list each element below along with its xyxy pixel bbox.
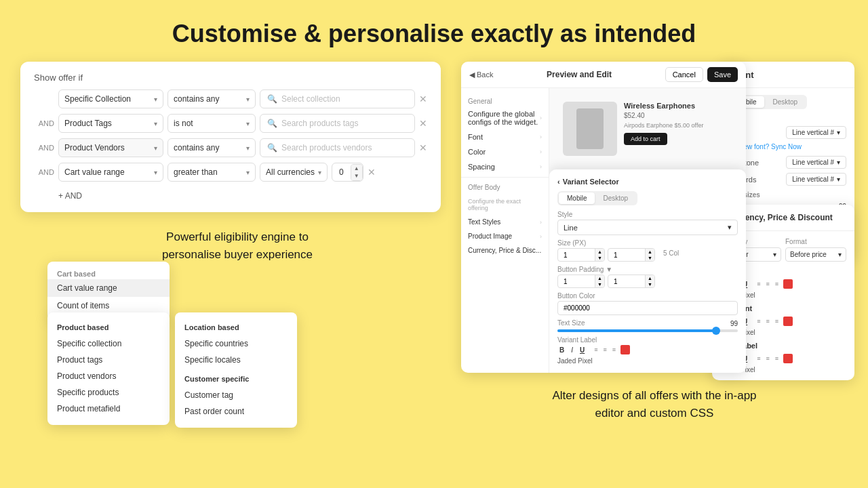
size-stepper-2[interactable]: ▲ ▼ bbox=[645, 249, 654, 261]
btn-down-1[interactable]: ▼ bbox=[595, 281, 604, 287]
discount-align-center[interactable]: ≡ bbox=[764, 317, 772, 325]
desktop-tab[interactable]: Desktop bbox=[595, 192, 636, 204]
preview-product-info: Wireless Earphones $52.40 Airpods Earpho… bbox=[624, 102, 732, 156]
font-rewards-select[interactable]: Line vertical # ▾ bbox=[786, 173, 846, 186]
sidebar-item-general[interactable]: Configure the global configs of the widg… bbox=[461, 106, 549, 129]
search-field-3[interactable]: 🔍 Search products vendors bbox=[260, 138, 415, 157]
remove-row-4[interactable]: ✕ bbox=[368, 167, 376, 178]
btn-up-2[interactable]: ▲ bbox=[646, 275, 654, 281]
back-button[interactable]: ◀ Back bbox=[469, 70, 493, 79]
size-inputs: 1 ▲ ▼ 1 ▲ ▼ bbox=[557, 248, 738, 262]
value-input[interactable]: 0 bbox=[332, 163, 351, 181]
preview-sidebar: General Configure the global configs of … bbox=[461, 88, 549, 373]
condition-select-2[interactable]: Product Tags ▾ bbox=[58, 114, 163, 133]
size-stepper-1[interactable]: ▲ ▼ bbox=[595, 249, 604, 261]
sidebar-item-offerbody[interactable]: Offer Body bbox=[461, 180, 549, 195]
sidebar-item-offerbody-desc[interactable]: Configure the exact offering bbox=[461, 195, 549, 215]
btn-pad-2[interactable]: 1 ▲ ▼ bbox=[608, 274, 655, 288]
location-item-countries[interactable]: Specific countries bbox=[175, 336, 297, 352]
size-down-2[interactable]: ▼ bbox=[646, 255, 654, 261]
text-size-slider[interactable] bbox=[557, 329, 738, 332]
btn-pad-1[interactable]: 1 ▲ ▼ bbox=[557, 274, 605, 288]
sidebar-item-font[interactable]: Font › bbox=[461, 129, 549, 144]
align-center[interactable]: ≡ bbox=[601, 346, 609, 354]
cancel-button[interactable]: Cancel bbox=[665, 67, 703, 82]
condition-select-3[interactable]: Product Vendors ▾ bbox=[58, 138, 163, 157]
search-placeholder-1: Select collection bbox=[281, 94, 408, 104]
operator-select-2[interactable]: is not ▾ bbox=[167, 114, 256, 133]
currency-select[interactable]: All currencies ▾ bbox=[260, 163, 328, 182]
price-align-center[interactable]: ≡ bbox=[764, 280, 772, 288]
chevron-icon-op4: ▾ bbox=[246, 169, 250, 176]
size-down-1[interactable]: ▼ bbox=[595, 255, 604, 261]
mobile-tab[interactable]: Mobile bbox=[559, 192, 595, 204]
operator-select-3[interactable]: contains any ▾ bbox=[167, 138, 256, 157]
button-color-input[interactable]: #000000 bbox=[557, 301, 738, 315]
product-item-collection[interactable]: Specific collection bbox=[47, 336, 170, 352]
remove-row-1[interactable]: ✕ bbox=[419, 94, 427, 104]
product-item-vendors[interactable]: Product vendors bbox=[47, 368, 170, 384]
color-swatch[interactable] bbox=[620, 345, 630, 354]
condition-select-4[interactable]: Cart value range ▾ bbox=[58, 163, 163, 182]
btn-up-1[interactable]: ▲ bbox=[595, 275, 604, 281]
btn-pad-stepper-1[interactable]: ▲ ▼ bbox=[595, 275, 604, 287]
jade-pixel-text: Jaded Pixel bbox=[557, 357, 738, 365]
btn-pad-stepper-2[interactable]: ▲ ▼ bbox=[645, 275, 654, 287]
product-item-tags[interactable]: Product tags bbox=[47, 352, 170, 368]
font-title-select[interactable]: Line vertical # ▾ bbox=[786, 126, 846, 139]
size-input-2[interactable]: 1 ▲ ▼ bbox=[608, 248, 655, 262]
and-label-3: AND bbox=[34, 144, 54, 152]
stepper-up[interactable]: ▲ bbox=[351, 165, 362, 173]
cart-item-value-range[interactable]: Cart value range bbox=[47, 279, 170, 297]
sidebar-item-spacing[interactable]: Spacing › bbox=[461, 159, 549, 174]
search-field-1[interactable]: 🔍 Select collection bbox=[260, 89, 415, 108]
format-select-box[interactable]: Before price ▾ bbox=[785, 247, 846, 262]
italic-btn[interactable]: I bbox=[569, 346, 575, 354]
style-select[interactable]: Line ▾ bbox=[557, 220, 738, 235]
size-up-1[interactable]: ▲ bbox=[595, 249, 604, 255]
font-desktop-tab[interactable]: Desktop bbox=[764, 96, 806, 108]
remove-row-2[interactable]: ✕ bbox=[419, 118, 427, 129]
free-label-align-left[interactable]: ≡ bbox=[755, 354, 762, 363]
size-up-2[interactable]: ▲ bbox=[646, 249, 654, 255]
btn-down-2[interactable]: ▼ bbox=[646, 281, 654, 287]
sidebar-item-color[interactable]: Color › bbox=[461, 144, 549, 159]
price-color-swatch[interactable] bbox=[783, 279, 793, 289]
location-item-locales[interactable]: Specific locales bbox=[175, 352, 297, 368]
operator-select-4[interactable]: greater than ▾ bbox=[167, 163, 256, 182]
sidebar-item-textstyles[interactable]: Text Styles › bbox=[461, 215, 549, 229]
discount-align-left[interactable]: ≡ bbox=[755, 317, 762, 325]
condition-select-1[interactable]: Specific Collection ▾ bbox=[58, 89, 163, 108]
price-align-left[interactable]: ≡ bbox=[755, 280, 762, 288]
remove-row-3[interactable]: ✕ bbox=[419, 142, 427, 153]
operator-select-1[interactable]: contains any ▾ bbox=[167, 89, 256, 108]
sidebar-item-currency[interactable]: Currency, Price & Disc... bbox=[461, 243, 549, 258]
stepper-down[interactable]: ▼ bbox=[351, 172, 362, 180]
align-left[interactable]: ≡ bbox=[592, 346, 599, 354]
offer-button[interactable]: Add to cart bbox=[624, 133, 667, 145]
preview-actions: Cancel Save bbox=[665, 67, 738, 82]
number-stepper[interactable]: ▲ ▼ bbox=[351, 164, 363, 181]
customer-item-orders[interactable]: Past order count bbox=[175, 403, 297, 420]
align-right[interactable]: ≡ bbox=[610, 346, 618, 354]
save-button[interactable]: Save bbox=[707, 67, 738, 82]
search-field-2[interactable]: 🔍 Search products tags bbox=[260, 114, 415, 133]
product-dropdown: Product based Specific collection Produc… bbox=[47, 312, 170, 425]
size-input-1[interactable]: 1 ▲ ▼ bbox=[557, 248, 605, 262]
underline-btn[interactable]: U bbox=[578, 346, 587, 354]
sidebar-item-productimage[interactable]: Product Image › bbox=[461, 229, 549, 243]
bold-btn[interactable]: B bbox=[557, 346, 566, 354]
font-milestone-select[interactable]: Line vertical # ▾ bbox=[786, 156, 846, 169]
price-align-right[interactable]: ≡ bbox=[773, 280, 781, 288]
free-label-align-center[interactable]: ≡ bbox=[764, 354, 772, 363]
product-item-metafield[interactable]: Product metafield bbox=[47, 401, 170, 417]
free-label-color-swatch[interactable] bbox=[783, 354, 793, 363]
product-item-specific[interactable]: Specific products bbox=[47, 384, 170, 401]
condition-row-1: Specific Collection ▾ contains any ▾ 🔍 S… bbox=[34, 89, 427, 108]
discount-color-swatch[interactable] bbox=[783, 317, 793, 326]
free-label-align-right[interactable]: ≡ bbox=[773, 354, 781, 363]
customer-item-tag[interactable]: Customer tag bbox=[175, 387, 297, 403]
discount-align-right[interactable]: ≡ bbox=[773, 317, 781, 325]
add-and-button[interactable]: + AND bbox=[58, 191, 82, 201]
style-label: Style bbox=[557, 211, 738, 218]
